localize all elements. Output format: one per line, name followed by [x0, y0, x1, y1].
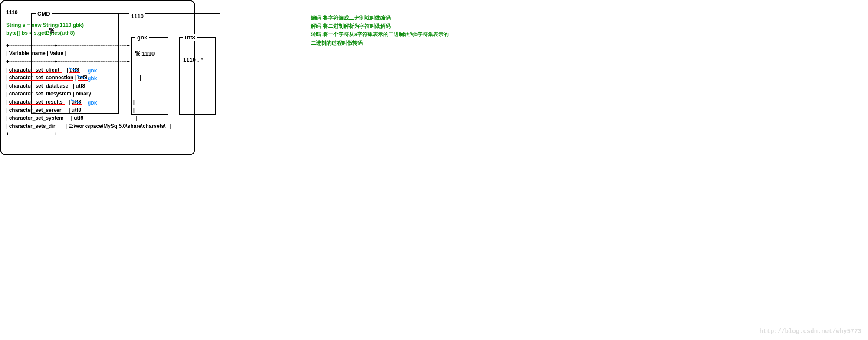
table-row: | character_set_client | utf8 |gbk — [6, 66, 190, 74]
strike-line — [77, 75, 86, 79]
var-name: | character_set_client — [6, 67, 59, 73]
var-name: | character_set_server — [6, 107, 61, 113]
def-transcoding-1: 转码:将一个字符从a字符集表示的二进制转为b字符集表示的 — [311, 30, 449, 39]
table-row: | character_set_server | utf8 | — [6, 106, 190, 114]
red-underline — [78, 80, 88, 81]
connector-line — [76, 13, 220, 14]
table-row: | character_set_connection | utf8 |gbk — [6, 74, 190, 82]
var-value: utf8 — [69, 67, 79, 73]
def-encoding: 编码:将字符编成二进制就叫做编码 — [311, 14, 449, 22]
line-label: 1110 — [129, 13, 145, 20]
table-separator: +--------------------------+------------… — [6, 130, 190, 138]
strike-line — [71, 99, 80, 103]
utf8-content: 1110 : * — [183, 56, 203, 63]
var-name: | character_set_results — [6, 99, 63, 105]
var-value: utf8 — [74, 115, 83, 121]
red-underline — [9, 80, 73, 81]
var-name: | character_sets_dir — [6, 123, 55, 129]
var-value: E:\workspace\MySql5.0\share\charsets\ — [68, 123, 165, 129]
table-row: | character_set_results | utf8 |gbk — [6, 98, 190, 106]
var-name: | character_set_connection — [6, 75, 73, 81]
red-underline — [9, 104, 65, 105]
var-value: utf8 — [78, 75, 87, 81]
watermark: http://blog.csdn.net/why5773 — [760, 328, 861, 335]
var-name: | character_set_filesystem — [6, 91, 71, 97]
cmd-content: 张 — [49, 27, 54, 35]
def-transcoding-2: 二进制的过程叫做转码 — [311, 39, 449, 47]
table-row: | character_sets_dir | E:\workspace\MySq… — [6, 122, 190, 131]
var-value: binary — [76, 91, 91, 97]
red-underline — [9, 72, 62, 73]
definitions-block: 编码:将字符编成二进制就叫做编码 解码:将二进制解析为字符叫做解码 转码:将一个… — [311, 14, 449, 47]
table-row: | character_set_system | utf8 | — [6, 114, 190, 122]
table-row: | character_set_database | utf8 | — [6, 82, 190, 90]
strike-line — [69, 67, 78, 71]
var-value: utf8 — [76, 83, 85, 89]
var-name: | character_set_database — [6, 83, 68, 89]
red-underline — [72, 104, 82, 105]
def-decoding: 解码:将二进制解析为字符叫做解码 — [311, 22, 449, 30]
gbk-label: gbk — [135, 34, 149, 41]
var-name: | character_set_system — [6, 115, 64, 121]
gbk-content: 张:1110 — [135, 50, 155, 58]
cmd-label: CMD — [36, 10, 52, 17]
red-underline — [69, 72, 80, 73]
table-row: | character_set_filesystem | binary | — [6, 90, 190, 98]
var-value: utf8 — [72, 107, 81, 113]
var-value: utf8 — [72, 99, 81, 105]
utf8-label: utf8 — [183, 34, 197, 41]
